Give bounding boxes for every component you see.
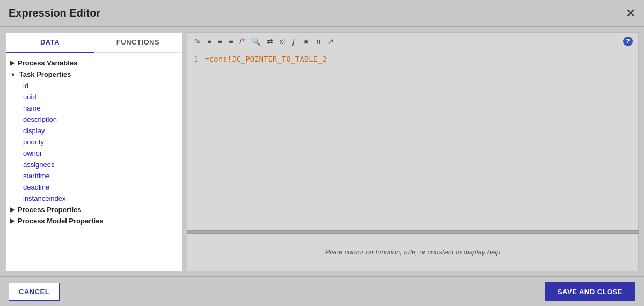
tree-child-assignees[interactable]: assignees bbox=[6, 159, 182, 170]
modal-title: Expression Editor bbox=[9, 7, 100, 19]
swap-icon[interactable]: ⇄ bbox=[265, 36, 275, 47]
tree-child-name[interactable]: name bbox=[6, 103, 182, 114]
align-center-icon[interactable]: ≡ bbox=[216, 36, 224, 47]
modal-footer: CANCEL SAVE AND CLOSE bbox=[0, 276, 644, 306]
help-text: Place cursor on function, rule, or const… bbox=[325, 248, 501, 256]
tree-panel: ▶ Process Variables ▼ Task Properties id… bbox=[6, 53, 182, 271]
collapse-arrow-task-properties: ▼ bbox=[10, 71, 16, 78]
tree-child-owner[interactable]: owner bbox=[6, 148, 182, 159]
tree-child-description[interactable]: description bbox=[6, 114, 182, 125]
tree-item-process-properties[interactable]: ▶ Process Properties bbox=[6, 204, 182, 215]
comment-icon[interactable]: /* bbox=[238, 36, 246, 47]
help-button[interactable]: ? bbox=[623, 37, 633, 46]
modal-header: Expression Editor ✕ bbox=[0, 0, 644, 27]
close-button[interactable]: ✕ bbox=[626, 8, 635, 19]
tree-child-display[interactable]: display bbox=[6, 125, 182, 136]
function-icon[interactable]: ƒ bbox=[290, 36, 298, 47]
expression-editor-modal: Expression Editor ✕ DATA FUNCTIONS ▶ Pro… bbox=[0, 0, 644, 306]
align-right-icon[interactable]: ≡ bbox=[227, 36, 235, 47]
tree-child-priority[interactable]: priority bbox=[6, 136, 182, 148]
collapse-arrow-process-variables: ▶ bbox=[10, 60, 14, 67]
factorial-icon[interactable]: x! bbox=[278, 36, 287, 47]
tree-child-deadline[interactable]: deadline bbox=[6, 181, 182, 193]
tree-child-uuid[interactable]: uuid bbox=[6, 91, 182, 103]
tree-child-starttime[interactable]: starttime bbox=[6, 170, 182, 181]
tree-item-process-variables[interactable]: ▶ Process Variables bbox=[6, 57, 182, 69]
line-number: 1 bbox=[194, 55, 198, 63]
export-icon[interactable]: ↗ bbox=[326, 36, 335, 47]
help-panel: Place cursor on function, rule, or const… bbox=[187, 234, 639, 271]
pi-icon[interactable]: π bbox=[314, 36, 323, 47]
tree-item-task-properties[interactable]: ▼ Task Properties bbox=[6, 69, 182, 80]
right-panel: ✎ ≡ ≡ ≡ /* 🔍 ⇄ x! ƒ ★ π ↗ ? 1=cons!JC_PO… bbox=[187, 32, 639, 271]
tree-child-instanceindex[interactable]: instanceindex bbox=[6, 193, 182, 204]
collapse-arrow-process-properties: ▶ bbox=[10, 206, 14, 213]
code-expression: =cons!JC_POINTER_TO_TABLE_2 bbox=[204, 55, 327, 63]
tab-data[interactable]: DATA bbox=[6, 33, 94, 53]
align-left-icon[interactable]: ≡ bbox=[206, 36, 213, 47]
star-icon[interactable]: ★ bbox=[301, 36, 311, 47]
search-icon[interactable]: 🔍 bbox=[250, 36, 262, 47]
modal-body: DATA FUNCTIONS ▶ Process Variables ▼ Tas… bbox=[0, 27, 644, 276]
tab-bar: DATA FUNCTIONS bbox=[6, 33, 182, 53]
pencil-icon[interactable]: ✎ bbox=[193, 36, 202, 47]
tree-item-process-model-properties[interactable]: ▶ Process Model Properties bbox=[6, 215, 182, 227]
left-panel: DATA FUNCTIONS ▶ Process Variables ▼ Tas… bbox=[5, 32, 182, 271]
code-editor[interactable]: 1=cons!JC_POINTER_TO_TABLE_2 bbox=[187, 50, 639, 230]
tab-functions[interactable]: FUNCTIONS bbox=[94, 33, 182, 52]
collapse-arrow-process-model-properties: ▶ bbox=[10, 217, 14, 224]
editor-toolbar: ✎ ≡ ≡ ≡ /* 🔍 ⇄ x! ƒ ★ π ↗ ? bbox=[187, 32, 639, 50]
cancel-button[interactable]: CANCEL bbox=[9, 283, 60, 301]
save-and-close-button[interactable]: SAVE AND CLOSE bbox=[545, 282, 635, 301]
tree-child-id[interactable]: id bbox=[6, 80, 182, 91]
